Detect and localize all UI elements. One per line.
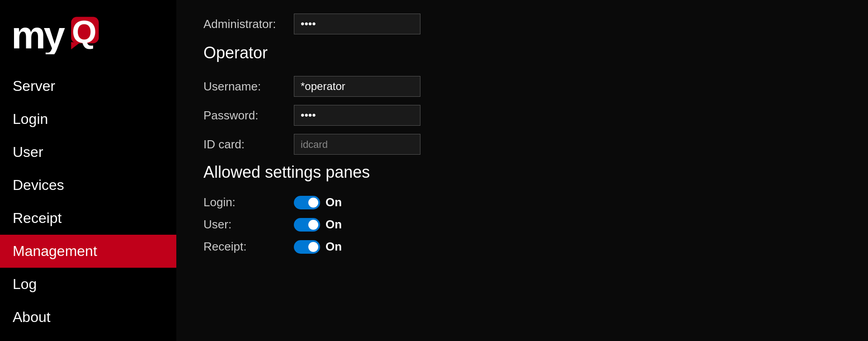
login-toggle-thumb (308, 198, 318, 208)
login-toggle-label: Login: (203, 195, 294, 209)
idcard-row: ID card: (203, 134, 841, 155)
user-toggle-row: User: On (203, 218, 841, 232)
operator-section-title: Operator (203, 43, 841, 62)
idcard-input[interactable] (294, 134, 420, 155)
user-toggle-state: On (326, 218, 342, 232)
logo-area: my Q (0, 5, 176, 70)
idcard-label: ID card: (203, 137, 294, 152)
receipt-toggle-wrapper: On (294, 240, 342, 254)
sidebar-item-receipt[interactable]: Receipt (0, 202, 176, 235)
password-input[interactable] (294, 105, 420, 126)
receipt-toggle-row: Receipt: On (203, 240, 841, 254)
sidebar-item-about[interactable]: About (0, 301, 176, 334)
user-toggle-track (294, 218, 320, 232)
user-toggle[interactable] (294, 218, 320, 232)
username-row: Username: (203, 76, 841, 97)
receipt-toggle-label: Receipt: (203, 240, 294, 254)
receipt-toggle-thumb (308, 242, 318, 252)
password-label: Password: (203, 109, 294, 123)
svg-text:my: my (11, 14, 66, 54)
administrator-input[interactable] (294, 14, 420, 34)
login-toggle-state: On (326, 195, 342, 209)
username-input[interactable] (294, 76, 420, 97)
user-toggle-wrapper: On (294, 218, 342, 232)
sidebar-item-management[interactable]: Management (0, 235, 176, 268)
main-content: Administrator: Operator Username: Passwo… (176, 0, 868, 341)
login-toggle-row: Login: On (203, 195, 841, 209)
receipt-toggle[interactable] (294, 240, 320, 254)
sidebar-item-server[interactable]: Server (0, 70, 176, 103)
receipt-toggle-state: On (326, 240, 342, 254)
password-row: Password: (203, 105, 841, 126)
sidebar-item-log[interactable]: Log (0, 268, 176, 301)
user-toggle-thumb (308, 220, 318, 230)
administrator-label: Administrator: (203, 17, 294, 31)
sidebar-item-login[interactable]: Login (0, 103, 176, 136)
login-toggle-wrapper: On (294, 195, 342, 209)
allowed-settings-title: Allowed settings panes (203, 163, 841, 182)
receipt-toggle-track (294, 240, 320, 254)
sidebar: my Q Server Login User Devices Receipt M… (0, 0, 176, 341)
administrator-row: Administrator: (203, 14, 841, 34)
login-toggle-track (294, 196, 320, 209)
navigation: Server Login User Devices Receipt Manage… (0, 70, 176, 334)
login-toggle[interactable] (294, 196, 320, 209)
user-toggle-label: User: (203, 218, 294, 232)
myq-logo: my Q (11, 14, 101, 54)
sidebar-item-user[interactable]: User (0, 136, 176, 169)
username-label: Username: (203, 80, 294, 94)
sidebar-item-devices[interactable]: Devices (0, 169, 176, 202)
